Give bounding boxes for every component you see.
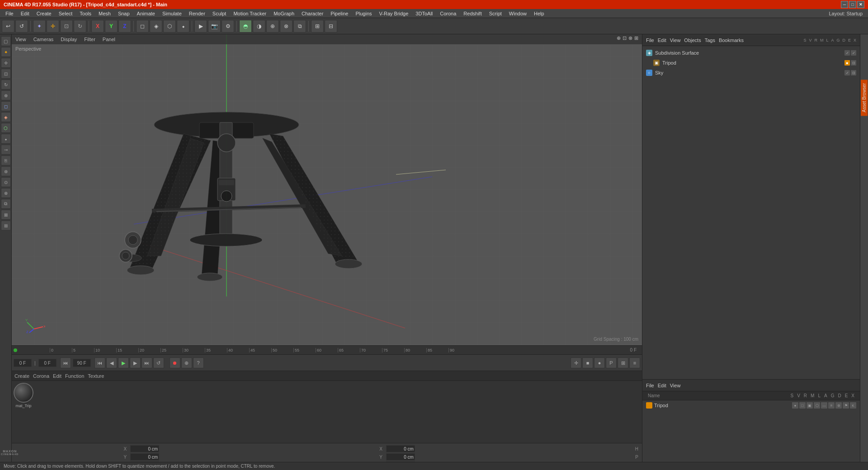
y-axis-button[interactable]: Y <box>105 20 118 33</box>
vp-filter-menu[interactable]: Filter <box>84 37 95 42</box>
menu-mesh[interactable]: Mesh <box>95 10 114 17</box>
current-frame-field[interactable] <box>14 359 32 367</box>
display-mode-4[interactable]: ⊗ <box>280 20 292 33</box>
render-settings-button[interactable]: ⚙ <box>222 20 234 33</box>
sm-view-menu[interactable]: View <box>670 38 681 43</box>
display-mode-2[interactable]: ◑ <box>253 20 265 33</box>
minimize-button[interactable]: ─ <box>841 1 848 8</box>
mat-function-menu[interactable]: Function <box>65 373 84 379</box>
edge-mode-button[interactable]: ◈ <box>150 20 162 33</box>
menu-help[interactable]: Help <box>530 10 548 17</box>
object-tool-3[interactable]: ⬡ <box>1 123 11 133</box>
mat-texture-menu[interactable]: Texture <box>88 373 104 379</box>
vp-icon-1[interactable]: ⊕ <box>617 35 621 41</box>
om-file-menu[interactable]: File <box>646 383 654 388</box>
tl-icon-4[interactable]: P <box>606 357 617 368</box>
end-frame-field[interactable] <box>73 359 91 367</box>
menu-redshift[interactable]: Redshift <box>460 10 485 17</box>
menu-character[interactable]: Character <box>298 10 327 17</box>
preview-start-field[interactable] <box>38 359 57 367</box>
render-region-button[interactable]: ▶ <box>194 20 207 33</box>
si-ctrl-3[interactable]: ⊡ <box>851 60 856 66</box>
redo-button[interactable]: ↺ <box>15 20 28 33</box>
object-tool-8[interactable]: ⊙ <box>1 177 11 187</box>
y-field[interactable] <box>130 453 159 461</box>
object-tool-9[interactable]: ⊗ <box>1 188 11 198</box>
menu-sculpt[interactable]: Sculpt <box>209 10 230 17</box>
tl-icon-6[interactable]: ≡ <box>629 357 640 368</box>
prev-key-button[interactable]: ⏮ <box>60 357 71 368</box>
material-item-0[interactable]: mat_Trip <box>14 383 33 441</box>
menu-vray[interactable]: V-Ray Bridge <box>376 10 412 17</box>
si-ctrl-0[interactable]: ✓ <box>844 50 850 56</box>
om-row-0[interactable]: Tripod ● □ ▣ ⬡ — ≡ ⊛ ⚑ K <box>642 400 860 410</box>
x-field[interactable] <box>130 445 159 452</box>
vp-icon-4[interactable]: ⊞ <box>634 35 638 41</box>
om-ctrl-4[interactable]: — <box>821 402 827 409</box>
asset-browser-tab[interactable]: Asset Browser <box>861 80 868 116</box>
menu-script[interactable]: Script <box>486 10 505 17</box>
x-axis-button[interactable]: X <box>91 20 104 33</box>
om-edit-menu[interactable]: Edit <box>658 383 666 388</box>
object-tool-6[interactable]: ⎘ <box>1 155 11 165</box>
live-select-tool[interactable]: ✦ <box>1 47 11 57</box>
menu-plugins[interactable]: Plugins <box>352 10 375 17</box>
vp-view-menu[interactable]: View <box>15 37 26 42</box>
grid-button[interactable]: ⊟ <box>325 20 337 33</box>
step-forward-button[interactable]: ▶ <box>130 357 141 368</box>
new-object-button[interactable]: ✦ <box>33 20 46 33</box>
snap-button[interactable]: ⊞ <box>311 20 324 33</box>
object-tool-5[interactable]: ⊸ <box>1 145 11 155</box>
mat-corona-menu[interactable]: Corona <box>33 373 49 379</box>
sm-bookmarks-menu[interactable]: Bookmarks <box>719 38 744 43</box>
y2-field[interactable] <box>386 453 415 461</box>
menu-select[interactable]: Select <box>55 10 76 17</box>
mat-edit-menu[interactable]: Edit <box>53 373 61 379</box>
menu-create[interactable]: Create <box>33 10 55 17</box>
menu-render[interactable]: Render <box>185 10 209 17</box>
rotate-tool-button[interactable]: ↻ <box>74 20 86 33</box>
menu-motion-tracker[interactable]: Motion Tracker <box>230 10 270 17</box>
menu-corona[interactable]: Corona <box>436 10 460 17</box>
menu-mograph[interactable]: MoGraph <box>270 10 298 17</box>
vp-display-menu[interactable]: Display <box>61 37 77 42</box>
menu-snap[interactable]: Snap <box>114 10 133 17</box>
menu-simulate[interactable]: Simulate <box>159 10 185 17</box>
tl-icon-1[interactable]: ✛ <box>571 357 581 368</box>
move-tool[interactable]: ✛ <box>1 58 11 68</box>
menu-pipeline[interactable]: Pipeline <box>327 10 352 17</box>
object-tool-10[interactable]: ⧉ <box>1 199 11 209</box>
auto-key-button[interactable]: ? <box>193 357 204 368</box>
move-tool-button[interactable]: ✛ <box>47 20 59 33</box>
menu-file[interactable]: File <box>2 10 17 17</box>
maximize-button[interactable]: □ <box>849 1 856 8</box>
si-ctrl-1[interactable]: ✓ <box>851 50 856 56</box>
sm-objects-menu[interactable]: Objects <box>684 38 701 43</box>
scene-item-2[interactable]: ○ Sky ✓ ⊡ <box>644 68 858 78</box>
mat-create-menu[interactable]: Create <box>14 373 29 379</box>
om-ctrl-1[interactable]: □ <box>799 402 806 409</box>
goto-start-button[interactable]: ⏮ <box>94 357 105 368</box>
step-back-button[interactable]: ◀ <box>106 357 117 368</box>
sm-file-menu[interactable]: File <box>646 38 654 43</box>
scene-item-0[interactable]: ◈ Subdivision Surface ✓ ✓ <box>644 48 858 58</box>
menu-edit[interactable]: Edit <box>17 10 33 17</box>
menu-tools[interactable]: Tools <box>76 10 95 17</box>
sm-tags-menu[interactable]: Tags <box>705 38 715 43</box>
tl-icon-5[interactable]: ⊞ <box>618 357 628 368</box>
scale-tool[interactable]: ⊡ <box>1 69 11 79</box>
camera-move-tool[interactable]: ⊕ <box>1 90 11 100</box>
om-ctrl-3[interactable]: ⬡ <box>814 402 820 409</box>
undo-button[interactable]: ↩ <box>2 20 14 33</box>
vp-icon-2[interactable]: ⊡ <box>623 35 627 41</box>
display-mode-3[interactable]: ⊕ <box>266 20 279 33</box>
om-ctrl-8[interactable]: K <box>850 402 856 409</box>
vp-cameras-menu[interactable]: Cameras <box>33 37 54 42</box>
poly-mode-button[interactable]: ⬡ <box>163 20 176 33</box>
rotate-tool[interactable]: ↻ <box>1 80 11 89</box>
loop-button[interactable]: ↺ <box>153 357 164 368</box>
om-ctrl-5[interactable]: ≡ <box>828 402 835 409</box>
scene-item-1[interactable]: ▣ Tripod ■ ⊡ <box>644 58 858 68</box>
goto-end-button[interactable]: ⏭ <box>142 357 152 368</box>
object-mode-button[interactable]: ◻ <box>136 20 149 33</box>
